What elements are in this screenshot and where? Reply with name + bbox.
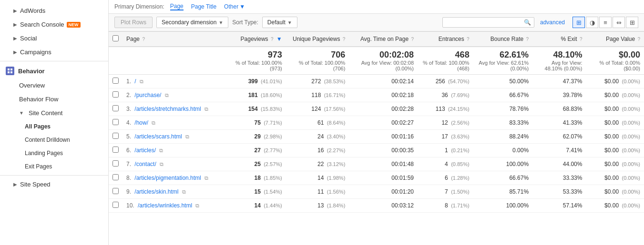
select-all-checkbox[interactable]	[112, 35, 119, 41]
sidebar-item-exit-pages[interactable]: Exit Pages	[0, 160, 108, 173]
unique-pct: (3.12%)	[327, 161, 346, 167]
sidebar-item-behavior-flow[interactable]: Behavior Flow	[0, 92, 108, 106]
sidebar-item-overview[interactable]: Overview	[0, 78, 108, 92]
page-link[interactable]: /	[134, 78, 136, 85]
row-checkbox[interactable]	[112, 188, 119, 194]
view-table-icon[interactable]: ≡	[599, 17, 612, 28]
row-checkbox[interactable]	[112, 91, 119, 98]
advanced-link[interactable]: advanced	[540, 19, 565, 26]
entrances-pct: (2.56%)	[451, 120, 470, 126]
row-pageviews: 25 (2.57%)	[227, 157, 286, 171]
row-checkbox-cell	[109, 157, 123, 171]
sidebar-item-exit-pages-label: Exit Pages	[25, 163, 52, 170]
row-pageviews: 29 (2.98%)	[227, 130, 286, 144]
page-actions: ⧉	[140, 78, 143, 85]
page-link[interactable]: /articles/pigmentation.html	[134, 175, 201, 181]
bounce-rate-help-icon[interactable]: ?	[526, 37, 529, 42]
unique-pageviews-col-header: Unique Pageviews ?	[286, 32, 349, 47]
row-number: 7.	[126, 161, 133, 167]
row-avg-time: 00:01:16	[349, 130, 418, 144]
social-arrow-icon: ▶	[13, 36, 17, 41]
page-action-icon[interactable]: ⧉	[204, 175, 208, 181]
sort-type-dropdown[interactable]: Default ▼	[262, 17, 297, 28]
search-icon[interactable]: 🔍	[524, 19, 531, 26]
exit-pct-help-icon[interactable]: ?	[580, 37, 583, 42]
dimension-other-arrow: ▼	[239, 3, 245, 10]
view-compare-icon[interactable]: ⇔	[613, 17, 625, 28]
behavior-icon	[6, 67, 14, 75]
sidebar-item-content-drilldown[interactable]: Content Drilldown	[0, 133, 108, 147]
row-checkbox[interactable]	[112, 160, 119, 167]
dimension-other-container[interactable]: Other ▼	[224, 3, 245, 10]
row-checkbox[interactable]	[112, 78, 119, 84]
sidebar-item-adwords[interactable]: ▶ AdWords	[0, 4, 108, 18]
dimension-page-title[interactable]: Page Title	[191, 3, 216, 10]
page-link[interactable]: /articles/stretchmarks.html	[134, 106, 201, 112]
page-action-icon[interactable]: ⧉	[140, 78, 143, 85]
sidebar-item-social[interactable]: ▶ Social	[0, 31, 108, 45]
page-link[interactable]: /how/	[134, 119, 148, 126]
row-checkbox[interactable]	[112, 133, 119, 139]
sidebar-item-social-label: Social	[20, 35, 37, 42]
row-number: 5.	[126, 133, 133, 140]
sidebar-item-site-speed[interactable]: ▶ Site Speed	[0, 177, 108, 191]
sidebar-item-campaigns[interactable]: ▶ Campaigns	[0, 45, 108, 59]
row-entrances: 6 (1.28%)	[418, 171, 473, 185]
view-pivot-icon[interactable]: ⊞	[626, 17, 638, 28]
pageviews-help-icon[interactable]: ?	[271, 37, 274, 42]
sidebar-item-site-content[interactable]: ▼ Site Content	[0, 106, 108, 120]
sidebar-item-all-pages[interactable]: All Pages	[0, 120, 108, 133]
row-page-value: $0.00 (0.00%)	[586, 144, 644, 157]
row-unique-pageviews: 272 (38.53%)	[286, 75, 349, 88]
page-action-icon[interactable]: ⧉	[195, 203, 199, 209]
entrances-pct: (0.85%)	[451, 161, 470, 167]
row-pageviews: 15 (1.54%)	[227, 185, 286, 199]
secondary-dimension-dropdown[interactable]: Secondary dimension ▼	[156, 17, 228, 28]
page-value-help-icon[interactable]: ?	[637, 37, 640, 42]
row-checkbox-cell	[109, 75, 123, 88]
plot-rows-button[interactable]: Plot Rows	[114, 17, 153, 28]
row-checkbox[interactable]	[112, 174, 119, 180]
row-bounce-rate: 100.00%	[473, 199, 532, 213]
page-link[interactable]: /articles/	[134, 147, 156, 154]
select-all-col	[109, 32, 123, 47]
view-grid-icon[interactable]: ⊞	[572, 17, 585, 28]
row-unique-pageviews: 124 (17.56%)	[286, 102, 349, 116]
dimension-page[interactable]: Page	[170, 3, 184, 10]
sidebar-item-search-console-label: Search Console	[20, 21, 64, 28]
unique-pct: (3.40%)	[327, 134, 346, 139]
summary-row: 973 % of Total: 100.00% (973) 706 % of T…	[109, 47, 644, 75]
page-action-icon[interactable]: ⧉	[159, 147, 163, 154]
toolbar: Plot Rows Secondary dimension ▼ Sort Typ…	[109, 14, 644, 31]
view-pie-icon[interactable]: ◑	[586, 17, 598, 28]
row-checkbox[interactable]	[112, 119, 119, 125]
page-link[interactable]: /contact/	[134, 161, 156, 167]
summary-entrances: 468 % of Total: 100.00% (468)	[418, 47, 473, 75]
page-link[interactable]: /articles/wrinkles.html	[138, 202, 192, 209]
page-action-icon[interactable]: ⧉	[204, 106, 208, 112]
page-action-icon[interactable]: ⧉	[165, 92, 169, 98]
page-link[interactable]: /purchase/	[134, 92, 161, 98]
search-input[interactable]	[446, 19, 522, 26]
unique-pageviews-help-icon[interactable]: ?	[343, 37, 346, 42]
search-console-arrow-icon: ▶	[13, 22, 17, 27]
sidebar-item-behavior[interactable]: Behavior	[0, 63, 108, 78]
page-action-icon[interactable]: ⧉	[152, 120, 155, 126]
page-help-icon[interactable]: ?	[142, 37, 145, 42]
sidebar-item-landing-pages[interactable]: Landing Pages	[0, 147, 108, 160]
page-action-icon[interactable]: ⧉	[182, 189, 186, 195]
row-number: 8.	[126, 175, 133, 181]
row-checkbox[interactable]	[112, 202, 119, 208]
row-avg-time: 00:02:27	[349, 116, 418, 130]
page-action-icon[interactable]: ⧉	[160, 161, 164, 167]
page-link[interactable]: /articles/scars.html	[134, 133, 182, 140]
entrances-help-icon[interactable]: ?	[467, 37, 470, 42]
row-checkbox[interactable]	[112, 147, 119, 153]
avg-time-help-icon[interactable]: ?	[411, 37, 414, 42]
row-checkbox[interactable]	[112, 105, 119, 111]
sidebar-item-site-content-label: Site Content	[29, 109, 63, 117]
page-actions: ⧉	[159, 147, 163, 154]
page-action-icon[interactable]: ⧉	[185, 134, 189, 140]
sidebar-item-search-console[interactable]: ▶ Search Console NEW	[0, 18, 108, 31]
page-link[interactable]: /articles/skin.html	[134, 188, 178, 195]
